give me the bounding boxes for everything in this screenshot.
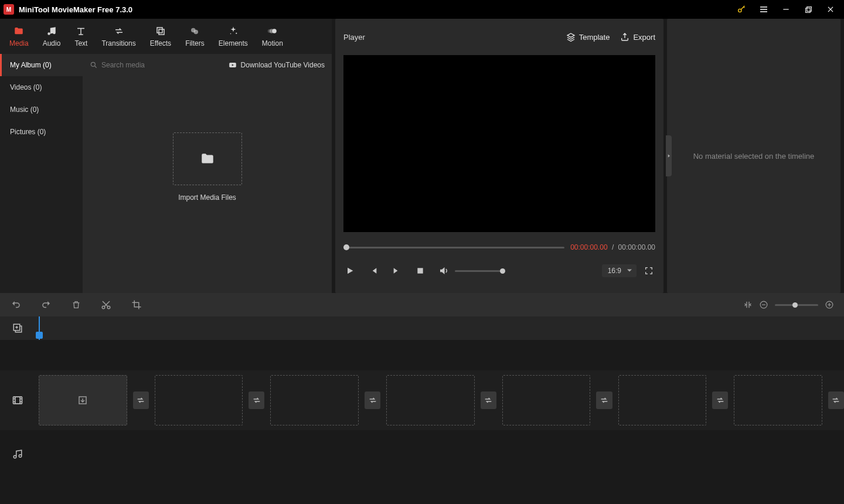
clip-slot[interactable] [734,375,822,425]
audio-track[interactable] [35,430,844,503]
clip-slot[interactable] [386,375,475,425]
playhead[interactable] [39,316,40,340]
player-title: Player [343,33,365,42]
zoom-out-button[interactable] [760,301,768,309]
svg-point-0 [738,9,741,12]
sidebar-item-pictures[interactable]: Pictures (0) [0,121,83,143]
export-button[interactable]: Export [620,32,655,42]
transition-button[interactable] [133,391,149,409]
tab-label: Text [74,39,87,47]
clip-slot[interactable] [155,375,243,425]
search-icon [90,61,98,69]
sidebar-item-my-album[interactable]: My Album (0) [0,54,83,76]
timecode: 00:00:00.00 / 00:00:00.00 [570,243,655,251]
minimize-button[interactable] [776,0,796,19]
transition-button[interactable] [481,391,496,409]
app-title: MiniTool MovieMaker Free 7.3.0 [19,5,132,14]
tab-elements[interactable]: Elements [212,19,255,54]
tab-transitions[interactable]: Transitions [94,19,142,54]
layers-icon [566,32,576,42]
tab-text[interactable]: Text [67,19,94,54]
tab-label: Transitions [101,39,135,47]
aspect-ratio-select[interactable]: 16:9 [602,264,637,277]
next-frame-button[interactable] [390,266,403,275]
tab-media[interactable]: Media [2,19,36,54]
export-icon [620,32,629,42]
text-track[interactable] [35,340,844,370]
template-label: Template [579,33,610,42]
clip-slot[interactable] [39,375,127,425]
cut-button[interactable] [101,299,111,310]
swap-icon [114,25,124,37]
template-button[interactable]: Template [566,32,610,42]
sidebar-item-music[interactable]: Music (0) [0,98,83,121]
timeline-ruler[interactable] [35,316,844,340]
player-panel: Player Template Export 00:00:00.00 / 00:… [335,19,663,293]
tab-label: Filters [185,39,205,47]
clip-slot[interactable] [502,375,591,425]
svg-rect-1 [806,6,811,11]
prev-frame-button[interactable] [367,266,380,275]
crop-button[interactable] [131,299,142,310]
svg-rect-2 [805,8,810,12]
video-track[interactable] [35,370,844,430]
play-button[interactable] [343,266,356,275]
svg-point-8 [230,33,232,35]
audio-track-head [0,430,35,503]
app-logo-icon: M [4,4,14,15]
media-tab-bar: Media Audio Text Transitions Effects Fil… [0,19,332,54]
import-label: Import Media Files [178,193,236,202]
undo-button[interactable] [11,299,21,310]
license-key-button[interactable] [731,0,751,19]
svg-point-11 [268,29,271,33]
maximize-button[interactable] [798,0,818,19]
transition-button[interactable] [596,391,612,409]
svg-point-6 [194,30,199,35]
import-media-button[interactable] [173,132,242,185]
volume-slider[interactable] [455,270,505,272]
volume-button[interactable] [437,265,450,276]
menu-button[interactable] [754,0,774,19]
tab-label: Effects [150,39,171,47]
transition-button[interactable] [249,391,264,409]
tab-audio[interactable]: Audio [36,19,68,54]
inspector-empty-message: No material selected on the timeline [693,152,815,161]
redo-button[interactable] [41,299,52,310]
seek-slider[interactable] [343,247,564,248]
transition-button[interactable] [828,391,844,409]
media-sidebar: My Album (0) Videos (0) Music (0) Pictur… [0,54,83,293]
auto-fit-button[interactable] [743,300,753,309]
timeline-toolbar [0,293,844,316]
circles-icon [189,25,200,37]
tab-filters[interactable]: Filters [178,19,212,54]
delete-button[interactable] [72,299,81,310]
fullscreen-button[interactable] [642,266,655,275]
transition-button[interactable] [365,391,380,409]
transition-button[interactable] [712,391,728,409]
tab-label: Media [9,39,29,47]
sidebar-item-videos[interactable]: Videos (0) [0,76,83,98]
video-preview [343,55,655,232]
sparkle-icon [228,25,239,37]
search-input[interactable] [101,61,183,69]
tab-label: Motion [262,39,283,47]
inspector-panel: No material selected on the timeline [667,19,840,293]
tab-motion[interactable]: Motion [255,19,290,54]
stack-icon [155,25,166,37]
tab-label: Elements [219,39,248,47]
download-youtube-link[interactable]: Download YouTube Videos [228,61,325,69]
stop-button[interactable] [414,267,427,275]
clip-slot[interactable] [270,375,359,425]
svg-point-7 [236,33,237,34]
current-time: 00:00:00.00 [570,243,607,251]
svg-point-12 [91,62,95,66]
zoom-slider[interactable] [775,304,818,306]
download-link-label: Download YouTube Videos [241,61,325,69]
add-track-button[interactable] [0,316,35,340]
close-button[interactable] [821,0,840,19]
zoom-in-button[interactable] [825,301,833,309]
music-note-icon [46,25,57,37]
clip-slot[interactable] [618,375,707,425]
panel-collapse-handle[interactable] [666,135,672,176]
tab-effects[interactable]: Effects [143,19,178,54]
